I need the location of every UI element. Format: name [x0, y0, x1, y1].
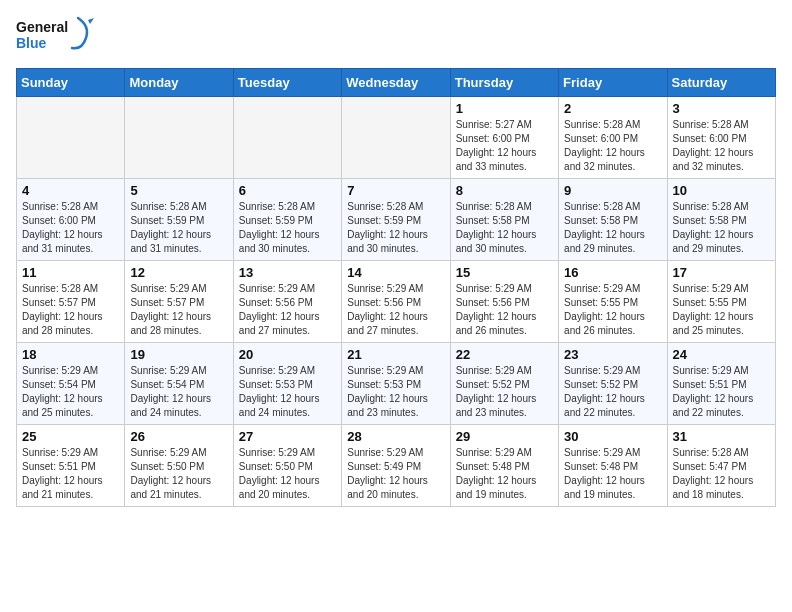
- day-number: 25: [22, 429, 119, 444]
- day-number: 5: [130, 183, 227, 198]
- day-info: Sunrise: 5:28 AM Sunset: 5:58 PM Dayligh…: [564, 200, 661, 256]
- calendar-cell: 28Sunrise: 5:29 AM Sunset: 5:49 PM Dayli…: [342, 425, 450, 507]
- weekday-header-sunday: Sunday: [17, 69, 125, 97]
- day-info: Sunrise: 5:29 AM Sunset: 5:48 PM Dayligh…: [564, 446, 661, 502]
- svg-text:General: General: [16, 19, 68, 35]
- day-number: 23: [564, 347, 661, 362]
- day-number: 4: [22, 183, 119, 198]
- logo-svg: General Blue: [16, 16, 96, 60]
- logo: General Blue: [16, 16, 96, 60]
- day-info: Sunrise: 5:28 AM Sunset: 5:59 PM Dayligh…: [239, 200, 336, 256]
- day-number: 9: [564, 183, 661, 198]
- calendar-cell: 7Sunrise: 5:28 AM Sunset: 5:59 PM Daylig…: [342, 179, 450, 261]
- day-number: 31: [673, 429, 770, 444]
- day-info: Sunrise: 5:29 AM Sunset: 5:53 PM Dayligh…: [239, 364, 336, 420]
- day-number: 14: [347, 265, 444, 280]
- day-info: Sunrise: 5:27 AM Sunset: 6:00 PM Dayligh…: [456, 118, 553, 174]
- weekday-header-thursday: Thursday: [450, 69, 558, 97]
- day-info: Sunrise: 5:28 AM Sunset: 6:00 PM Dayligh…: [673, 118, 770, 174]
- svg-marker-2: [88, 18, 94, 24]
- weekday-header-friday: Friday: [559, 69, 667, 97]
- day-info: Sunrise: 5:28 AM Sunset: 6:00 PM Dayligh…: [564, 118, 661, 174]
- day-info: Sunrise: 5:28 AM Sunset: 5:58 PM Dayligh…: [673, 200, 770, 256]
- day-number: 8: [456, 183, 553, 198]
- weekday-header-tuesday: Tuesday: [233, 69, 341, 97]
- calendar-cell: 20Sunrise: 5:29 AM Sunset: 5:53 PM Dayli…: [233, 343, 341, 425]
- day-number: 29: [456, 429, 553, 444]
- calendar-cell: 2Sunrise: 5:28 AM Sunset: 6:00 PM Daylig…: [559, 97, 667, 179]
- day-number: 18: [22, 347, 119, 362]
- day-info: Sunrise: 5:29 AM Sunset: 5:55 PM Dayligh…: [564, 282, 661, 338]
- day-number: 30: [564, 429, 661, 444]
- day-info: Sunrise: 5:29 AM Sunset: 5:51 PM Dayligh…: [22, 446, 119, 502]
- calendar-cell: 13Sunrise: 5:29 AM Sunset: 5:56 PM Dayli…: [233, 261, 341, 343]
- day-info: Sunrise: 5:29 AM Sunset: 5:54 PM Dayligh…: [130, 364, 227, 420]
- day-number: 27: [239, 429, 336, 444]
- day-number: 26: [130, 429, 227, 444]
- day-info: Sunrise: 5:29 AM Sunset: 5:50 PM Dayligh…: [239, 446, 336, 502]
- day-number: 3: [673, 101, 770, 116]
- svg-text:Blue: Blue: [16, 35, 47, 51]
- day-number: 11: [22, 265, 119, 280]
- calendar-cell: 8Sunrise: 5:28 AM Sunset: 5:58 PM Daylig…: [450, 179, 558, 261]
- day-number: 12: [130, 265, 227, 280]
- day-number: 19: [130, 347, 227, 362]
- calendar-week-row: 18Sunrise: 5:29 AM Sunset: 5:54 PM Dayli…: [17, 343, 776, 425]
- day-info: Sunrise: 5:28 AM Sunset: 5:57 PM Dayligh…: [22, 282, 119, 338]
- calendar-week-row: 25Sunrise: 5:29 AM Sunset: 5:51 PM Dayli…: [17, 425, 776, 507]
- calendar-cell: 19Sunrise: 5:29 AM Sunset: 5:54 PM Dayli…: [125, 343, 233, 425]
- day-info: Sunrise: 5:29 AM Sunset: 5:55 PM Dayligh…: [673, 282, 770, 338]
- day-number: 17: [673, 265, 770, 280]
- calendar-cell: 3Sunrise: 5:28 AM Sunset: 6:00 PM Daylig…: [667, 97, 775, 179]
- calendar-cell: [125, 97, 233, 179]
- calendar-cell: 10Sunrise: 5:28 AM Sunset: 5:58 PM Dayli…: [667, 179, 775, 261]
- calendar-cell: 15Sunrise: 5:29 AM Sunset: 5:56 PM Dayli…: [450, 261, 558, 343]
- calendar-cell: 24Sunrise: 5:29 AM Sunset: 5:51 PM Dayli…: [667, 343, 775, 425]
- day-info: Sunrise: 5:28 AM Sunset: 5:59 PM Dayligh…: [347, 200, 444, 256]
- calendar-cell: 27Sunrise: 5:29 AM Sunset: 5:50 PM Dayli…: [233, 425, 341, 507]
- day-info: Sunrise: 5:29 AM Sunset: 5:48 PM Dayligh…: [456, 446, 553, 502]
- day-info: Sunrise: 5:29 AM Sunset: 5:56 PM Dayligh…: [456, 282, 553, 338]
- day-number: 16: [564, 265, 661, 280]
- day-number: 22: [456, 347, 553, 362]
- day-number: 10: [673, 183, 770, 198]
- day-number: 21: [347, 347, 444, 362]
- day-info: Sunrise: 5:29 AM Sunset: 5:53 PM Dayligh…: [347, 364, 444, 420]
- day-number: 6: [239, 183, 336, 198]
- calendar-cell: 23Sunrise: 5:29 AM Sunset: 5:52 PM Dayli…: [559, 343, 667, 425]
- calendar-cell: 22Sunrise: 5:29 AM Sunset: 5:52 PM Dayli…: [450, 343, 558, 425]
- weekday-header-wednesday: Wednesday: [342, 69, 450, 97]
- weekday-header-monday: Monday: [125, 69, 233, 97]
- calendar-cell: 30Sunrise: 5:29 AM Sunset: 5:48 PM Dayli…: [559, 425, 667, 507]
- calendar-table: SundayMondayTuesdayWednesdayThursdayFrid…: [16, 68, 776, 507]
- page-header: General Blue: [16, 16, 776, 60]
- calendar-cell: 18Sunrise: 5:29 AM Sunset: 5:54 PM Dayli…: [17, 343, 125, 425]
- calendar-week-row: 4Sunrise: 5:28 AM Sunset: 6:00 PM Daylig…: [17, 179, 776, 261]
- day-info: Sunrise: 5:29 AM Sunset: 5:50 PM Dayligh…: [130, 446, 227, 502]
- calendar-cell: 16Sunrise: 5:29 AM Sunset: 5:55 PM Dayli…: [559, 261, 667, 343]
- calendar-cell: [233, 97, 341, 179]
- weekday-header-row: SundayMondayTuesdayWednesdayThursdayFrid…: [17, 69, 776, 97]
- day-number: 24: [673, 347, 770, 362]
- calendar-cell: 5Sunrise: 5:28 AM Sunset: 5:59 PM Daylig…: [125, 179, 233, 261]
- calendar-cell: [17, 97, 125, 179]
- calendar-cell: 31Sunrise: 5:28 AM Sunset: 5:47 PM Dayli…: [667, 425, 775, 507]
- calendar-cell: 12Sunrise: 5:29 AM Sunset: 5:57 PM Dayli…: [125, 261, 233, 343]
- calendar-cell: 14Sunrise: 5:29 AM Sunset: 5:56 PM Dayli…: [342, 261, 450, 343]
- day-info: Sunrise: 5:28 AM Sunset: 6:00 PM Dayligh…: [22, 200, 119, 256]
- calendar-cell: 25Sunrise: 5:29 AM Sunset: 5:51 PM Dayli…: [17, 425, 125, 507]
- calendar-week-row: 1Sunrise: 5:27 AM Sunset: 6:00 PM Daylig…: [17, 97, 776, 179]
- calendar-cell: 17Sunrise: 5:29 AM Sunset: 5:55 PM Dayli…: [667, 261, 775, 343]
- calendar-cell: 11Sunrise: 5:28 AM Sunset: 5:57 PM Dayli…: [17, 261, 125, 343]
- day-number: 2: [564, 101, 661, 116]
- day-number: 15: [456, 265, 553, 280]
- day-info: Sunrise: 5:29 AM Sunset: 5:52 PM Dayligh…: [564, 364, 661, 420]
- day-info: Sunrise: 5:29 AM Sunset: 5:51 PM Dayligh…: [673, 364, 770, 420]
- day-info: Sunrise: 5:28 AM Sunset: 5:59 PM Dayligh…: [130, 200, 227, 256]
- day-info: Sunrise: 5:29 AM Sunset: 5:49 PM Dayligh…: [347, 446, 444, 502]
- day-info: Sunrise: 5:28 AM Sunset: 5:47 PM Dayligh…: [673, 446, 770, 502]
- day-info: Sunrise: 5:29 AM Sunset: 5:54 PM Dayligh…: [22, 364, 119, 420]
- day-info: Sunrise: 5:29 AM Sunset: 5:56 PM Dayligh…: [239, 282, 336, 338]
- calendar-cell: 29Sunrise: 5:29 AM Sunset: 5:48 PM Dayli…: [450, 425, 558, 507]
- calendar-cell: 21Sunrise: 5:29 AM Sunset: 5:53 PM Dayli…: [342, 343, 450, 425]
